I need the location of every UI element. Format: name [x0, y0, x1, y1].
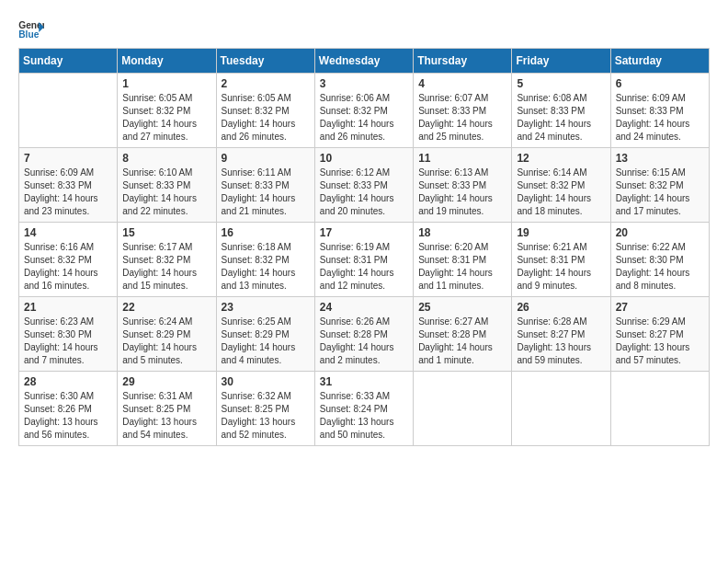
day-number: 25 [418, 301, 506, 314]
calendar-cell [19, 74, 118, 148]
day-number: 15 [122, 226, 210, 239]
day-info: Sunrise: 6:21 AM Sunset: 8:31 PM Dayligh… [517, 241, 605, 293]
day-info: Sunrise: 6:15 AM Sunset: 8:32 PM Dayligh… [616, 167, 704, 218]
day-number: 31 [320, 375, 408, 388]
day-number: 14 [24, 226, 112, 239]
calendar-cell: 9Sunrise: 6:11 AM Sunset: 8:33 PM Daylig… [216, 148, 314, 223]
day-number: 7 [24, 152, 112, 165]
day-info: Sunrise: 6:18 AM Sunset: 8:32 PM Dayligh… [222, 241, 310, 293]
day-info: Sunrise: 6:17 AM Sunset: 8:32 PM Dayligh… [122, 241, 210, 293]
calendar-cell: 21Sunrise: 6:23 AM Sunset: 8:30 PM Dayli… [19, 297, 118, 372]
calendar-week-row: 1Sunrise: 6:05 AM Sunset: 8:32 PM Daylig… [19, 74, 710, 148]
day-info: Sunrise: 6:30 AM Sunset: 8:26 PM Dayligh… [24, 390, 112, 442]
calendar-cell [414, 372, 512, 446]
calendar-cell: 14Sunrise: 6:16 AM Sunset: 8:32 PM Dayli… [19, 223, 118, 297]
day-number: 10 [320, 152, 408, 165]
day-number: 26 [517, 301, 605, 314]
logo-icon: General Blue [18, 18, 44, 39]
calendar-cell: 5Sunrise: 6:08 AM Sunset: 8:33 PM Daylig… [512, 74, 610, 148]
day-info: Sunrise: 6:07 AM Sunset: 8:33 PM Dayligh… [418, 92, 506, 144]
calendar-cell: 23Sunrise: 6:25 AM Sunset: 8:29 PM Dayli… [216, 297, 314, 372]
calendar-cell: 29Sunrise: 6:31 AM Sunset: 8:25 PM Dayli… [118, 372, 216, 446]
calendar-cell: 15Sunrise: 6:17 AM Sunset: 8:32 PM Dayli… [118, 223, 216, 297]
day-info: Sunrise: 6:14 AM Sunset: 8:32 PM Dayligh… [517, 167, 605, 218]
page-header: General Blue [18, 18, 710, 39]
day-info: Sunrise: 6:10 AM Sunset: 8:33 PM Dayligh… [122, 167, 210, 218]
day-number: 3 [320, 77, 408, 90]
day-number: 2 [222, 77, 310, 90]
day-info: Sunrise: 6:19 AM Sunset: 8:31 PM Dayligh… [320, 241, 408, 293]
day-number: 20 [616, 226, 704, 239]
day-number: 1 [122, 77, 210, 90]
day-info: Sunrise: 6:33 AM Sunset: 8:24 PM Dayligh… [320, 390, 408, 442]
header-cell-sunday: Sunday [19, 49, 118, 74]
day-number: 8 [122, 152, 210, 165]
calendar-cell: 18Sunrise: 6:20 AM Sunset: 8:31 PM Dayli… [414, 223, 512, 297]
day-info: Sunrise: 6:13 AM Sunset: 8:33 PM Dayligh… [418, 167, 506, 218]
calendar-cell: 1Sunrise: 6:05 AM Sunset: 8:32 PM Daylig… [118, 74, 216, 148]
day-info: Sunrise: 6:11 AM Sunset: 8:33 PM Dayligh… [222, 167, 310, 218]
day-info: Sunrise: 6:12 AM Sunset: 8:33 PM Dayligh… [320, 167, 408, 218]
calendar-cell: 8Sunrise: 6:10 AM Sunset: 8:33 PM Daylig… [118, 148, 216, 223]
svg-text:Blue: Blue [18, 29, 39, 39]
day-info: Sunrise: 6:26 AM Sunset: 8:28 PM Dayligh… [320, 316, 408, 367]
calendar-cell: 16Sunrise: 6:18 AM Sunset: 8:32 PM Dayli… [216, 223, 314, 297]
calendar-cell: 19Sunrise: 6:21 AM Sunset: 8:31 PM Dayli… [512, 223, 610, 297]
day-number: 4 [418, 77, 506, 90]
day-number: 16 [222, 226, 310, 239]
calendar-week-row: 14Sunrise: 6:16 AM Sunset: 8:32 PM Dayli… [19, 223, 710, 297]
day-info: Sunrise: 6:06 AM Sunset: 8:32 PM Dayligh… [320, 92, 408, 144]
calendar-body: 1Sunrise: 6:05 AM Sunset: 8:32 PM Daylig… [19, 74, 710, 446]
day-info: Sunrise: 6:27 AM Sunset: 8:28 PM Dayligh… [418, 316, 506, 367]
day-number: 23 [222, 301, 310, 314]
calendar-cell: 13Sunrise: 6:15 AM Sunset: 8:32 PM Dayli… [610, 148, 709, 223]
calendar-cell: 24Sunrise: 6:26 AM Sunset: 8:28 PM Dayli… [314, 297, 413, 372]
day-info: Sunrise: 6:05 AM Sunset: 8:32 PM Dayligh… [122, 92, 210, 144]
header-cell-wednesday: Wednesday [314, 49, 413, 74]
calendar-cell: 25Sunrise: 6:27 AM Sunset: 8:28 PM Dayli… [414, 297, 512, 372]
calendar-cell: 4Sunrise: 6:07 AM Sunset: 8:33 PM Daylig… [414, 74, 512, 148]
day-number: 27 [616, 301, 704, 314]
calendar-cell: 22Sunrise: 6:24 AM Sunset: 8:29 PM Dayli… [118, 297, 216, 372]
day-number: 17 [320, 226, 408, 239]
day-number: 9 [222, 152, 310, 165]
calendar-cell: 27Sunrise: 6:29 AM Sunset: 8:27 PM Dayli… [610, 297, 709, 372]
calendar-cell: 2Sunrise: 6:05 AM Sunset: 8:32 PM Daylig… [216, 74, 314, 148]
day-number: 6 [616, 77, 704, 90]
calendar-cell: 12Sunrise: 6:14 AM Sunset: 8:32 PM Dayli… [512, 148, 610, 223]
calendar-cell: 11Sunrise: 6:13 AM Sunset: 8:33 PM Dayli… [414, 148, 512, 223]
day-info: Sunrise: 6:16 AM Sunset: 8:32 PM Dayligh… [24, 241, 112, 293]
header-cell-thursday: Thursday [414, 49, 512, 74]
calendar-week-row: 7Sunrise: 6:09 AM Sunset: 8:33 PM Daylig… [19, 148, 710, 223]
calendar-cell [610, 372, 709, 446]
day-number: 19 [517, 226, 605, 239]
day-info: Sunrise: 6:08 AM Sunset: 8:33 PM Dayligh… [517, 92, 605, 144]
day-info: Sunrise: 6:22 AM Sunset: 8:30 PM Dayligh… [616, 241, 704, 293]
calendar-cell: 28Sunrise: 6:30 AM Sunset: 8:26 PM Dayli… [19, 372, 118, 446]
calendar-cell: 7Sunrise: 6:09 AM Sunset: 8:33 PM Daylig… [19, 148, 118, 223]
day-info: Sunrise: 6:28 AM Sunset: 8:27 PM Dayligh… [517, 316, 605, 367]
day-info: Sunrise: 6:20 AM Sunset: 8:31 PM Dayligh… [418, 241, 506, 293]
day-number: 5 [517, 77, 605, 90]
day-info: Sunrise: 6:32 AM Sunset: 8:25 PM Dayligh… [222, 390, 310, 442]
day-info: Sunrise: 6:05 AM Sunset: 8:32 PM Dayligh… [222, 92, 310, 144]
calendar-cell [512, 372, 610, 446]
calendar-header-row: SundayMondayTuesdayWednesdayThursdayFrid… [19, 49, 710, 74]
header-cell-monday: Monday [118, 49, 216, 74]
calendar-table: SundayMondayTuesdayWednesdayThursdayFrid… [18, 48, 710, 446]
day-number: 24 [320, 301, 408, 314]
calendar-cell: 26Sunrise: 6:28 AM Sunset: 8:27 PM Dayli… [512, 297, 610, 372]
calendar-cell: 31Sunrise: 6:33 AM Sunset: 8:24 PM Dayli… [314, 372, 413, 446]
header-cell-friday: Friday [512, 49, 610, 74]
logo: General Blue [18, 18, 44, 39]
calendar-week-row: 28Sunrise: 6:30 AM Sunset: 8:26 PM Dayli… [19, 372, 710, 446]
calendar-cell: 6Sunrise: 6:09 AM Sunset: 8:33 PM Daylig… [610, 74, 709, 148]
day-info: Sunrise: 6:25 AM Sunset: 8:29 PM Dayligh… [222, 316, 310, 367]
day-info: Sunrise: 6:09 AM Sunset: 8:33 PM Dayligh… [616, 92, 704, 144]
calendar-cell: 20Sunrise: 6:22 AM Sunset: 8:30 PM Dayli… [610, 223, 709, 297]
day-info: Sunrise: 6:29 AM Sunset: 8:27 PM Dayligh… [616, 316, 704, 367]
day-number: 11 [418, 152, 506, 165]
calendar-cell: 3Sunrise: 6:06 AM Sunset: 8:32 PM Daylig… [314, 74, 413, 148]
calendar-cell: 30Sunrise: 6:32 AM Sunset: 8:25 PM Dayli… [216, 372, 314, 446]
calendar-cell: 17Sunrise: 6:19 AM Sunset: 8:31 PM Dayli… [314, 223, 413, 297]
